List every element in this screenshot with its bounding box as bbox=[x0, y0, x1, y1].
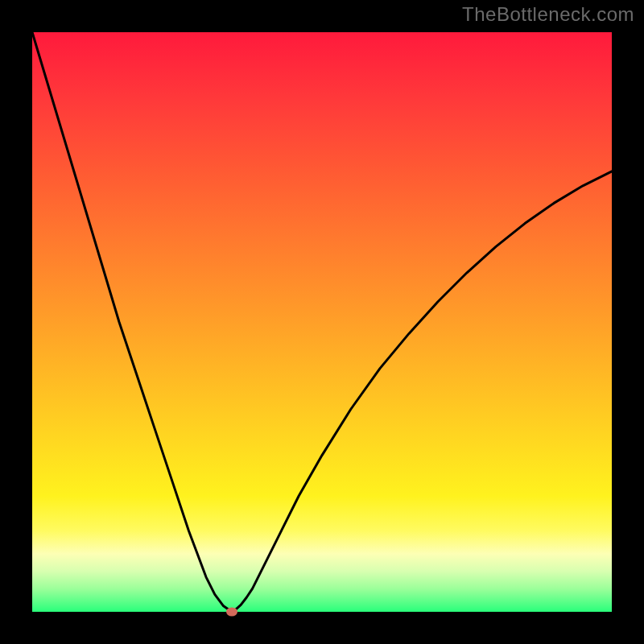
chart-frame: TheBottleneck.com bbox=[0, 0, 644, 644]
bottleneck-curve bbox=[32, 32, 612, 612]
minimum-marker bbox=[226, 608, 237, 617]
plot-area bbox=[32, 32, 612, 612]
watermark-text: TheBottleneck.com bbox=[462, 3, 634, 26]
